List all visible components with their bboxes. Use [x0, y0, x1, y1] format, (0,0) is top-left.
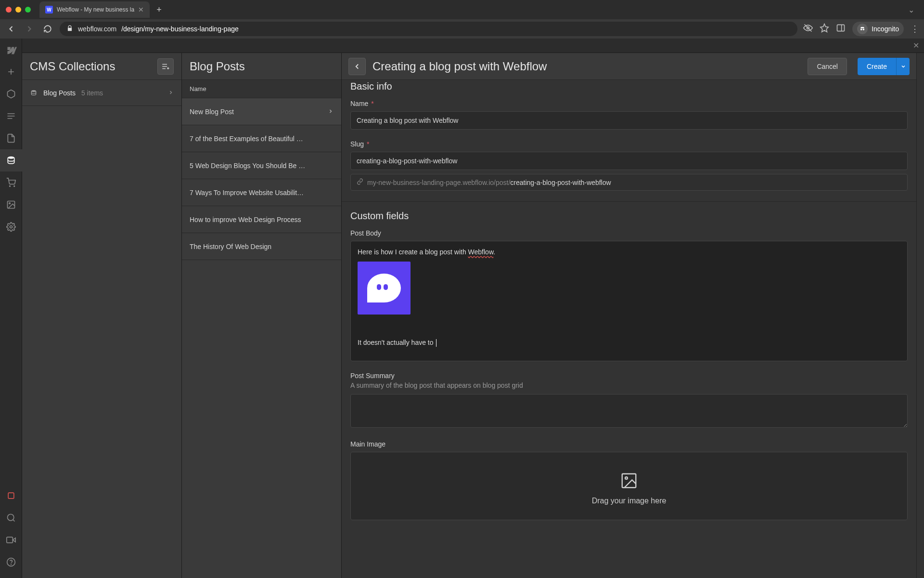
- main-image-label: Main Image: [350, 440, 385, 448]
- post-item[interactable]: New Blog Post: [182, 98, 341, 125]
- video-button[interactable]: [0, 529, 22, 551]
- post-item-title: 5 Web Design Blogs You Should Be …: [190, 162, 305, 170]
- blog-posts-panel: Blog Posts Name New Blog Post 7 of the B…: [182, 53, 342, 578]
- name-input[interactable]: [350, 111, 908, 130]
- pages-button[interactable]: [0, 83, 22, 105]
- section-divider: [342, 201, 916, 202]
- svg-rect-10: [8, 493, 14, 499]
- post-item-title: The History Of Web Design: [190, 243, 271, 250]
- chevron-down-icon[interactable]: ⌄: [908, 5, 914, 14]
- svg-point-9: [10, 226, 12, 228]
- name-column-label: Name: [190, 85, 206, 92]
- close-panel-icon[interactable]: ✕: [913, 41, 919, 50]
- webflow-favicon: W: [45, 6, 53, 13]
- svg-point-4: [8, 157, 14, 159]
- star-icon[interactable]: [820, 23, 829, 35]
- forward-button[interactable]: [23, 23, 36, 35]
- text-cursor: [436, 339, 436, 347]
- panel-icon[interactable]: [836, 23, 846, 35]
- slug-field-block: Slug* my-new-business-landing-page.webfl…: [350, 140, 908, 191]
- cms-button[interactable]: [0, 149, 22, 171]
- browser-tab[interactable]: W Webflow - My new business la ✕: [39, 1, 150, 18]
- cancel-button[interactable]: Cancel: [808, 58, 847, 75]
- post-summary-input[interactable]: [350, 394, 908, 428]
- audit-button[interactable]: [0, 485, 22, 507]
- reload-button[interactable]: [41, 23, 54, 35]
- create-dropdown-button[interactable]: [896, 58, 910, 75]
- post-body-editor[interactable]: Here is how I create a blog post with We…: [350, 241, 908, 361]
- svg-point-2: [860, 28, 862, 30]
- post-item[interactable]: The History Of Web Design: [182, 233, 341, 260]
- post-summary-field-block: Post Summary A summary of the blog post …: [350, 372, 908, 430]
- dropzone-text: Drag your image here: [592, 497, 667, 505]
- lock-icon: [66, 25, 73, 33]
- incognito-badge[interactable]: Incognito: [852, 22, 904, 36]
- url-slug: creating-a-blog-post-with-webflow: [510, 179, 611, 186]
- scrollbar-gutter[interactable]: [916, 53, 924, 578]
- assets-button[interactable]: [0, 194, 22, 216]
- create-button-group: Create: [858, 58, 910, 75]
- svg-point-15: [31, 90, 36, 92]
- collection-item-blog-posts[interactable]: Blog Posts 5 items: [22, 80, 181, 106]
- svg-point-8: [9, 203, 10, 204]
- svg-point-11: [7, 514, 13, 521]
- post-item[interactable]: 7 Ways To Improve Website Usabilit…: [182, 179, 341, 206]
- settings-button[interactable]: [0, 216, 22, 238]
- chevron-right-icon: [168, 89, 174, 97]
- post-item-title: 7 Ways To Improve Website Usabilit…: [190, 189, 304, 197]
- name-label: Name: [350, 100, 368, 107]
- stack-icon: [30, 89, 38, 97]
- browser-actions: Incognito ⋮: [803, 22, 919, 36]
- search-button[interactable]: [0, 507, 22, 529]
- window-minimize-button[interactable]: [15, 7, 21, 13]
- create-button[interactable]: Create: [858, 58, 896, 75]
- svg-rect-12: [6, 537, 12, 543]
- required-indicator: *: [371, 100, 373, 107]
- eye-off-icon[interactable]: [803, 23, 813, 35]
- main-image-dropzone[interactable]: Drag your image here: [350, 452, 908, 520]
- collection-count: 5 items: [81, 89, 103, 97]
- image-icon: [618, 472, 640, 490]
- rte-embedded-image[interactable]: [358, 262, 411, 315]
- navigator-button[interactable]: [0, 105, 22, 127]
- editor-heading: Creating a blog post with Webflow: [372, 60, 801, 73]
- kebab-menu-icon[interactable]: ⋮: [911, 24, 919, 34]
- rte-paragraph: Here is how I create a blog post with We…: [358, 248, 900, 256]
- window-titlebar: W Webflow - My new business la ✕ + ⌄: [0, 0, 924, 19]
- page-button[interactable]: [0, 127, 22, 149]
- new-collection-button[interactable]: [157, 58, 174, 75]
- incognito-label: Incognito: [872, 25, 899, 33]
- basic-info-section-title: Basic info: [350, 81, 908, 92]
- incognito-icon: [857, 24, 868, 34]
- window-close-button[interactable]: [6, 7, 12, 13]
- webflow-logo-icon[interactable]: [0, 40, 22, 61]
- blog-posts-title: Blog Posts: [190, 60, 245, 73]
- main-image-field-block: Main Image Drag your image here: [350, 440, 908, 520]
- svg-point-6: [13, 186, 14, 187]
- svg-point-3: [863, 28, 865, 30]
- slug-input[interactable]: [350, 152, 908, 170]
- window-zoom-button[interactable]: [25, 7, 31, 13]
- post-item[interactable]: How to improve Web Design Process: [182, 206, 341, 233]
- post-body-label: Post Body: [350, 229, 381, 237]
- post-item[interactable]: 5 Web Design Blogs You Should Be …: [182, 152, 341, 179]
- svg-point-17: [625, 477, 628, 479]
- url-base: my-new-business-landing-page.webflow.io/…: [367, 179, 510, 186]
- ecommerce-button[interactable]: [0, 171, 22, 194]
- chevron-right-icon: [328, 108, 334, 116]
- svg-rect-1: [837, 25, 845, 31]
- post-item-title: New Blog Post: [190, 108, 234, 116]
- posts-column-header: Name: [182, 80, 341, 98]
- editor-back-button[interactable]: [348, 58, 366, 75]
- post-item[interactable]: 7 of the Best Examples of Beautiful …: [182, 125, 341, 152]
- address-bar[interactable]: webflow.com/design/my-new-business-landi…: [60, 22, 797, 36]
- post-item-title: 7 of the Best Examples of Beautiful …: [190, 135, 303, 143]
- tab-close-icon[interactable]: ✕: [138, 6, 144, 13]
- ghost-icon: [367, 274, 401, 302]
- add-element-button[interactable]: [0, 61, 22, 83]
- name-field-block: Name*: [350, 100, 908, 130]
- back-button[interactable]: [5, 23, 17, 35]
- new-tab-button[interactable]: +: [156, 5, 162, 15]
- slug-url-preview: my-new-business-landing-page.webflow.io/…: [350, 174, 908, 191]
- help-button[interactable]: [0, 551, 22, 573]
